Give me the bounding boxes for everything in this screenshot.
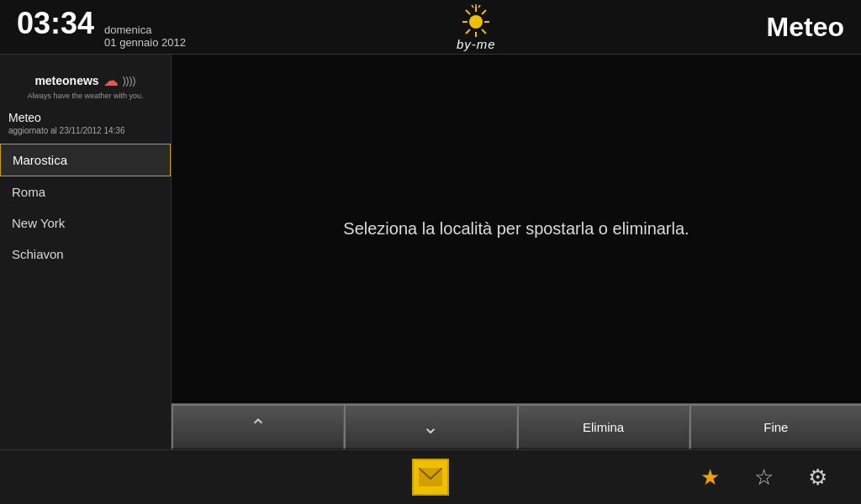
sidebar-updated: aggiornato al 23/11/2012 14:36 bbox=[0, 126, 171, 144]
byme-logo-container: by-me bbox=[457, 3, 496, 51]
svg-line-8 bbox=[466, 29, 470, 34]
action-bar: ⌃ ⌄ Elimina Fine bbox=[172, 403, 861, 449]
clock: 03:34 bbox=[17, 6, 94, 41]
svg-line-7 bbox=[482, 10, 486, 14]
main-layout: meteonews ☁ )))) Always have the weather… bbox=[0, 55, 861, 449]
meteonews-brand: meteonews ☁ )))) bbox=[34, 71, 135, 90]
day-label: domenica bbox=[104, 24, 186, 36]
meteonews-text: meteonews bbox=[34, 74, 98, 87]
svg-line-6 bbox=[482, 29, 486, 34]
delete-button[interactable]: Elimina bbox=[517, 404, 689, 449]
chevron-up-icon: ⌃ bbox=[250, 415, 267, 438]
byme-text: by-me bbox=[457, 37, 496, 51]
date-section: domenica 01 gennaio 2012 bbox=[104, 24, 186, 49]
location-item-roma[interactable]: Roma bbox=[0, 176, 171, 207]
page-title: Meteo bbox=[767, 12, 844, 43]
location-item-schiavon[interactable]: Schiavon bbox=[0, 239, 171, 270]
bottom-nav-center bbox=[412, 459, 449, 496]
sidebar-section-label: Meteo bbox=[0, 104, 171, 126]
svg-point-0 bbox=[469, 15, 483, 29]
meteonews-tagline: Always have the weather with you. bbox=[27, 92, 143, 100]
sidebar-logo: meteonews ☁ )))) Always have the weather… bbox=[0, 63, 171, 104]
clock-section: 03:34 domenica 01 gennaio 2012 bbox=[17, 6, 186, 49]
bookmarks-button[interactable]: ☆ bbox=[745, 459, 782, 496]
date-label: 01 gennaio 2012 bbox=[104, 36, 186, 49]
settings-button[interactable]: ⚙ bbox=[799, 459, 836, 496]
cloud-icon: ☁ bbox=[103, 71, 119, 90]
star-outline-icon: ☆ bbox=[754, 465, 774, 491]
envelope-svg bbox=[419, 468, 442, 486]
envelope-icon bbox=[412, 459, 449, 496]
location-item-marostica[interactable]: Marostica bbox=[0, 144, 171, 176]
svg-line-9 bbox=[472, 5, 473, 8]
bottom-nav: ★ ☆ ⚙ bbox=[0, 449, 861, 504]
favorites-button[interactable]: ★ bbox=[691, 459, 728, 496]
move-down-button[interactable]: ⌄ bbox=[344, 404, 516, 449]
sidebar: meteonews ☁ )))) Always have the weather… bbox=[0, 55, 172, 449]
sun-icon bbox=[459, 3, 493, 37]
locations-list: MarosticaRomaNew YorkSchiavon bbox=[0, 144, 171, 270]
star-filled-icon: ★ bbox=[700, 465, 720, 491]
top-bar: 03:34 domenica 01 gennaio 2012 by-me Met… bbox=[0, 0, 861, 55]
home-button[interactable] bbox=[412, 459, 449, 496]
done-button[interactable]: Fine bbox=[689, 404, 861, 449]
instruction-area: Seleziona la località per spostarla o el… bbox=[172, 55, 861, 403]
signal-icon: )))) bbox=[123, 75, 136, 87]
gear-icon: ⚙ bbox=[808, 465, 827, 491]
move-up-button[interactable]: ⌃ bbox=[172, 404, 344, 449]
content-area: Seleziona la località per spostarla o el… bbox=[172, 55, 861, 449]
chevron-down-icon: ⌄ bbox=[422, 415, 439, 438]
svg-line-5 bbox=[466, 10, 470, 14]
location-item-new-york[interactable]: New York bbox=[0, 207, 171, 239]
svg-line-11 bbox=[478, 5, 480, 8]
instruction-text: Seleziona la località per spostarla o el… bbox=[343, 219, 689, 239]
